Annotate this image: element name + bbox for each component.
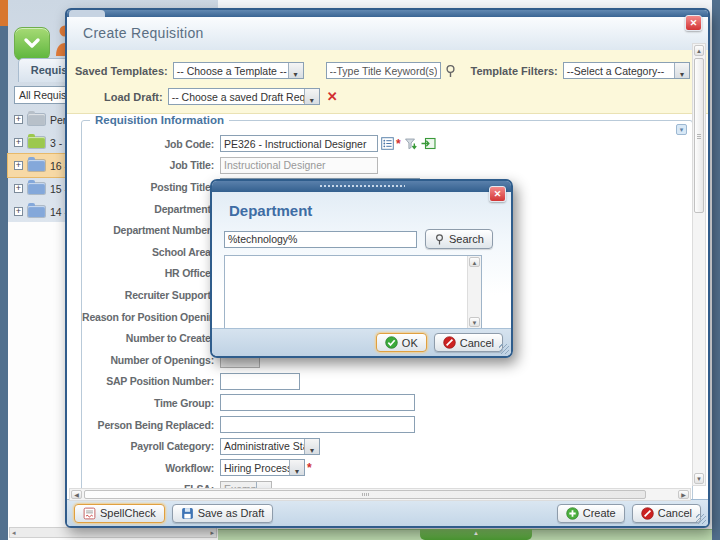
template-filters-select[interactable]: --Select a Category-- (563, 62, 690, 79)
scroll-up-icon[interactable]: ▲ (694, 45, 704, 56)
required-marker: * (307, 461, 312, 475)
vertical-scroll-thumb[interactable] (694, 58, 704, 213)
tree-expand-icon[interactable] (14, 161, 23, 170)
department-search-row: Search (224, 229, 499, 249)
dialog-footer: OK Cancel (212, 328, 511, 356)
chevron-down-icon[interactable] (304, 89, 319, 104)
job-code-input[interactable] (220, 135, 378, 152)
close-icon[interactable] (489, 186, 506, 202)
expand-panel-tab[interactable] (420, 529, 532, 540)
payroll-category-select[interactable]: Administrative Staff (220, 438, 320, 455)
chevron-down-icon[interactable] (674, 63, 689, 78)
copy-job-data-icon[interactable] (421, 137, 436, 150)
scroll-left-icon[interactable]: ◂ (12, 528, 16, 537)
listbox-scrollbar[interactable]: ▲ ▼ (467, 256, 481, 328)
page-title: Create Requisition (83, 25, 204, 41)
form-row-job-code: Job Code: * (82, 133, 692, 155)
tree-expand-icon[interactable] (14, 207, 23, 216)
tree-expand-icon[interactable] (14, 138, 23, 147)
sidebar-horizontal-scrollbar[interactable]: ◂ ▸ (9, 527, 217, 538)
tree-expand-icon[interactable] (14, 115, 23, 124)
modal-vertical-scrollbar[interactable]: ▲ ▼ (692, 43, 706, 486)
spellcheck-button[interactable]: SpellCheck (74, 504, 165, 523)
modal-footer: SpellCheck Save as Draft Create Cancel (67, 499, 708, 526)
department-results-listbox[interactable]: ▲ ▼ (224, 255, 482, 329)
form-row-job-title: Job Title: (82, 155, 692, 177)
scroll-right-icon[interactable]: ▶ (678, 490, 689, 499)
form-row-time-group: Time Group: (82, 392, 692, 414)
department-search-button[interactable]: Search (425, 229, 493, 249)
tree-expand-icon[interactable] (14, 184, 23, 193)
cancel-button[interactable]: Cancel (632, 504, 701, 523)
sap-position-number-input[interactable] (220, 373, 300, 390)
left-edge-strip (0, 0, 8, 540)
folder-icon (28, 206, 45, 217)
horizontal-scroll-thumb[interactable] (84, 490, 646, 499)
saved-templates-select[interactable]: -- Choose a Template -- (173, 62, 304, 79)
job-title-input (220, 157, 378, 174)
load-draft-select[interactable]: -- Choose a saved Draft Requisi (168, 88, 320, 105)
modal-horizontal-scrollbar[interactable]: ◀ ▶ (69, 488, 691, 501)
search-icon (434, 233, 445, 246)
load-draft-label: Load Draft: (104, 91, 163, 103)
form-row-workflow: Workflow: Hiring Process * (82, 457, 692, 479)
form-row-payroll-category: Payroll Category: Administrative Staff (82, 435, 692, 457)
saved-templates-label: Saved Templates: (75, 65, 168, 77)
form-row-sap-position: SAP Position Number: (82, 371, 692, 393)
spellcheck-icon (83, 507, 96, 520)
lookup-list-icon[interactable] (381, 137, 394, 150)
create-plus-icon (566, 507, 579, 520)
cancel-button[interactable]: Cancel (434, 333, 503, 352)
department-search-input[interactable] (224, 231, 417, 248)
save-icon (181, 507, 194, 520)
form-row-person-replaced: Person Being Replaced: (82, 414, 692, 436)
screen: Requisiti All Requis Perso 3 - H 16 - (0, 0, 720, 540)
template-toolbar: Saved Templates: -- Choose a Template --… (67, 50, 708, 114)
collapse-section-icon[interactable] (676, 124, 687, 135)
ok-check-icon (385, 336, 398, 349)
chevron-down-icon[interactable] (304, 439, 319, 454)
person-being-replaced-input[interactable] (220, 416, 415, 433)
department-dialog: Department Search ▲ ▼ OK (210, 179, 513, 358)
scroll-down-icon[interactable]: ▼ (694, 473, 704, 484)
scroll-left-icon[interactable]: ◀ (71, 490, 82, 499)
search-icon[interactable] (444, 64, 457, 78)
filter-funnel-icon[interactable] (404, 137, 418, 151)
chevron-down-icon[interactable] (289, 460, 304, 475)
time-group-input[interactable] (220, 394, 415, 411)
scroll-up-icon[interactable]: ▲ (469, 257, 480, 267)
title-keyword-input[interactable] (326, 62, 441, 79)
required-marker: * (396, 137, 401, 151)
right-edge-strip (712, 0, 720, 540)
drag-handle-icon[interactable] (319, 184, 405, 188)
scroll-right-icon[interactable]: ▸ (210, 528, 214, 537)
folder-icon (28, 114, 45, 125)
chevron-down-icon[interactable] (288, 63, 303, 78)
close-icon[interactable] (685, 15, 702, 31)
scroll-down-icon[interactable]: ▼ (469, 317, 480, 327)
dialog-resize-grip[interactable] (499, 344, 509, 354)
left-edge-accent (0, 0, 8, 26)
workflow-select[interactable]: Hiring Process (220, 459, 305, 476)
folder-icon (28, 160, 45, 171)
cancel-slash-icon (641, 507, 654, 520)
window-tab-notch (69, 10, 105, 17)
template-filters-label: Template Filters: (471, 65, 558, 77)
chevron-down-icon (23, 37, 41, 51)
dialog-title: Department (229, 202, 312, 219)
window-resize-grip[interactable] (696, 514, 706, 524)
delete-draft-icon[interactable] (327, 89, 338, 104)
ok-button[interactable]: OK (376, 333, 427, 352)
download-requisitions-button[interactable] (14, 27, 50, 61)
save-as-draft-button[interactable]: Save as Draft (172, 504, 274, 523)
section-legend: Requisition Information (90, 114, 229, 126)
window-top-border (67, 10, 708, 17)
folder-icon (28, 183, 45, 194)
dialog-title-bar[interactable] (212, 181, 511, 192)
create-button[interactable]: Create (557, 504, 625, 523)
cancel-slash-icon (443, 336, 456, 349)
folder-icon (28, 137, 45, 148)
